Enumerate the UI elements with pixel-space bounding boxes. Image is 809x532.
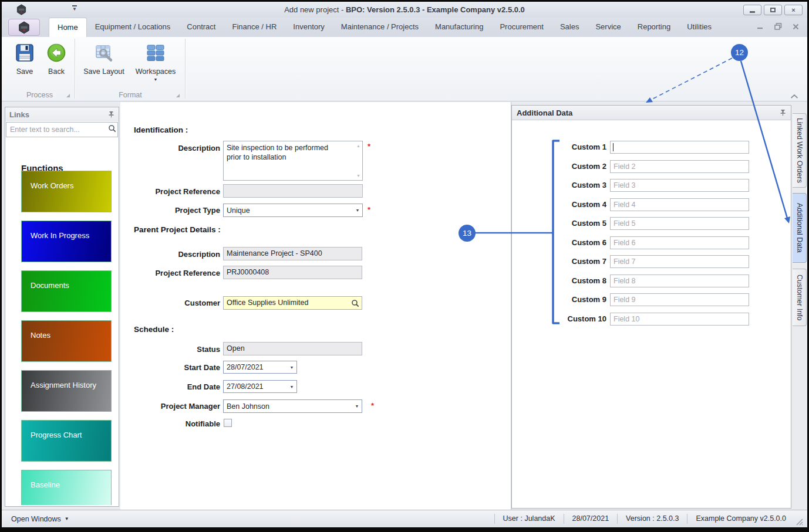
- custom-1-input[interactable]: [610, 141, 749, 154]
- open-windows-menu[interactable]: Open Windows ▼: [2, 515, 69, 523]
- ribbon-tab-inventory[interactable]: Inventory: [285, 18, 332, 37]
- side-tab-linked-work-orders[interactable]: Linked Work Orders: [793, 113, 807, 188]
- custom-4-label: Custom 4: [512, 200, 606, 209]
- tile-notes[interactable]: Notes: [21, 320, 112, 362]
- ribbon-tab-manufacturing[interactable]: Manufacturing: [427, 18, 491, 37]
- custom-4-input[interactable]: [610, 198, 749, 211]
- save-layout-button[interactable]: Save Layout: [81, 40, 127, 90]
- quick-access-caret-icon[interactable]: ▼: [72, 5, 77, 12]
- parent-reference-field: PRJ0000408: [223, 266, 362, 279]
- maximize-button[interactable]: [764, 5, 782, 15]
- parent-project-header: Parent Project Details :: [134, 225, 221, 234]
- links-search-input[interactable]: [6, 126, 108, 134]
- identification-header: Identification :: [134, 126, 188, 134]
- pin-icon[interactable]: [780, 109, 786, 116]
- scroll-up-icon[interactable]: ▲: [356, 144, 360, 148]
- ribbon-tab-procurement[interactable]: Procurement: [491, 18, 551, 37]
- end-date-picker[interactable]: 27/08/2021 ▼: [223, 380, 297, 393]
- description-required-marker: *: [368, 142, 370, 151]
- custom-6-input[interactable]: [610, 236, 749, 249]
- tile-documents[interactable]: Documents: [21, 270, 112, 312]
- custom-7-label: Custom 7: [512, 257, 606, 266]
- title-bar: ▼ Add new project - BPO: Version 2.5.0.3…: [2, 2, 807, 18]
- minimize-button[interactable]: [743, 5, 761, 15]
- callout-13-badge: 13: [459, 225, 476, 242]
- custom-9-label: Custom 9: [512, 295, 606, 304]
- custom-9-input[interactable]: [610, 293, 749, 306]
- side-tab-strip: Linked Work Orders Additional Data Custo…: [793, 102, 807, 510]
- chevron-down-icon: ▼: [65, 516, 69, 521]
- app-logo-icon: [18, 21, 31, 34]
- pin-icon[interactable]: [108, 111, 114, 118]
- status-bar: Open Windows ▼ User : JulandaK 28/07/202…: [2, 510, 807, 527]
- ribbon-tab-row: Home Equipment / Locations Contract Fina…: [2, 18, 807, 37]
- ribbon-tab-maintenance-projects[interactable]: Maintenance / Projects: [333, 18, 427, 37]
- tile-progress-chart[interactable]: Progress Chart: [21, 420, 112, 462]
- document-restore-icon[interactable]: [774, 23, 782, 30]
- document-close-icon[interactable]: [793, 23, 799, 30]
- format-group-launcher-icon[interactable]: [176, 94, 180, 97]
- project-type-dropdown[interactable]: Unique ▼: [223, 204, 363, 217]
- callout-12-badge: 12: [731, 44, 748, 61]
- project-reference-field: [223, 184, 363, 198]
- workspace: Links Functions Work Orders Work In Prog…: [2, 102, 807, 510]
- custom-8-input[interactable]: [610, 275, 749, 287]
- tile-work-orders[interactable]: Work Orders: [21, 171, 112, 212]
- project-manager-dropdown[interactable]: Ben Johnson ▼: [223, 399, 362, 413]
- project-manager-label: Project Manager: [120, 402, 220, 411]
- status-version: Version : 2.5.0.3: [617, 514, 687, 524]
- minimize-icon: [750, 11, 755, 13]
- tile-work-in-progress[interactable]: Work In Progress: [21, 221, 112, 262]
- tile-assignment-history[interactable]: Assignment History: [21, 370, 112, 412]
- ribbon-tab-sales[interactable]: Sales: [552, 18, 588, 37]
- ribbon-tab-service[interactable]: Service: [587, 18, 629, 37]
- description-label: Description: [120, 144, 220, 153]
- custom-5-input[interactable]: [610, 217, 749, 230]
- side-tab-additional-data[interactable]: Additional Data: [793, 193, 807, 263]
- search-icon[interactable]: [351, 299, 359, 309]
- ribbon-tab-finance-hr[interactable]: Finance / HR: [224, 18, 285, 37]
- additional-data-panel: Additional Data Custom 1 Custom 2 Custom…: [511, 105, 791, 509]
- start-date-picker[interactable]: 28/07/2021 ▼: [223, 361, 297, 374]
- project-reference-label: Project Reference: [120, 187, 220, 196]
- process-group-launcher-icon[interactable]: [66, 94, 70, 97]
- side-tab-customer-info[interactable]: Customer Info: [793, 269, 807, 326]
- save-button[interactable]: Save: [8, 40, 42, 90]
- custom-10-input[interactable]: [610, 313, 749, 326]
- ribbon-collapse-chevron-icon[interactable]: [790, 91, 799, 101]
- workspaces-button[interactable]: Workspaces ▼: [132, 40, 179, 90]
- status-field: Open: [223, 342, 362, 355]
- custom-3-input[interactable]: [610, 179, 749, 192]
- customer-label: Customer: [120, 299, 220, 307]
- notifiable-checkbox[interactable]: [224, 419, 232, 427]
- ribbon-group-format: Format: [76, 91, 185, 101]
- custom-7-input[interactable]: [610, 255, 749, 268]
- workspaces-icon: [146, 43, 166, 63]
- tile-baseline[interactable]: Baseline: [21, 470, 112, 505]
- notifiable-label: Notifiable: [120, 419, 220, 428]
- ribbon-tab-equipment-locations[interactable]: Equipment / Locations: [87, 18, 179, 37]
- ribbon-tab-contract[interactable]: Contract: [178, 18, 224, 37]
- workspaces-dropdown-icon: ▼: [154, 77, 158, 82]
- description-textarea[interactable]: Site inspection to be performed prior to…: [223, 141, 363, 181]
- customer-lookup-field[interactable]: Office Supplies Unlimited: [223, 296, 362, 310]
- custom-2-input[interactable]: [610, 160, 749, 173]
- ribbon-tab-reporting[interactable]: Reporting: [629, 18, 679, 37]
- document-minimize-icon[interactable]: [757, 23, 764, 29]
- back-button[interactable]: Back: [39, 40, 73, 90]
- resize-grip-icon[interactable]: [795, 518, 804, 526]
- project-type-label: Project Type: [120, 206, 220, 215]
- scroll-down-icon[interactable]: ▼: [356, 174, 360, 178]
- search-icon[interactable]: [108, 124, 116, 135]
- ribbon-tab-utilities[interactable]: Utilities: [679, 18, 720, 37]
- close-button[interactable]: ×: [784, 5, 803, 15]
- additional-data-title: Additional Data: [517, 109, 780, 117]
- application-menu-button[interactable]: [8, 19, 40, 36]
- start-date-label: Start Date: [120, 363, 220, 372]
- close-icon: ×: [791, 6, 795, 13]
- ribbon-tab-home[interactable]: Home: [49, 18, 87, 37]
- schedule-header: Schedule :: [134, 325, 174, 334]
- parent-description-field: Maintenance Project - SP400: [223, 247, 362, 260]
- ribbon: Save Back Save Layout: [2, 37, 807, 101]
- status-company: Example Company v2.5.0.0: [687, 514, 794, 524]
